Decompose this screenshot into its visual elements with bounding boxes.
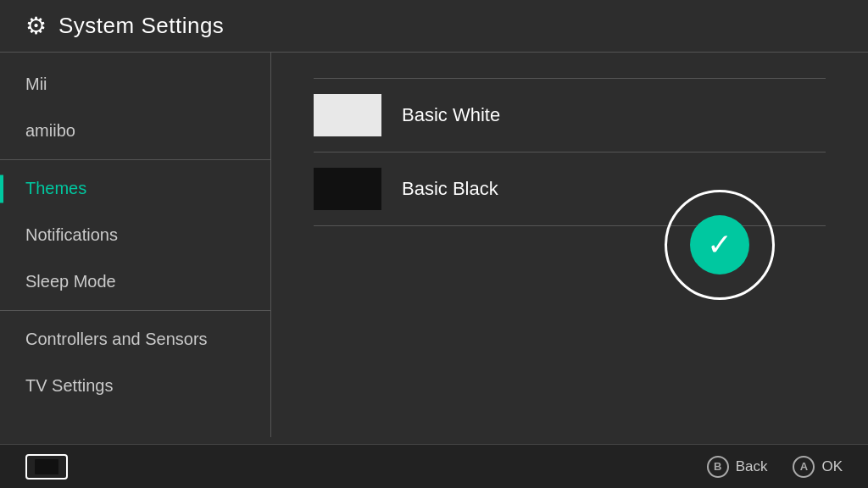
sidebar: Mii amiibo Themes Notifications Sleep Mo… — [0, 53, 271, 437]
theme-option-basic-white[interactable]: Basic White — [314, 78, 826, 152]
check-circle-inner: ✓ — [690, 215, 749, 274]
footer: B Back A OK — [0, 444, 868, 488]
sidebar-item-mii[interactable]: Mii — [0, 61, 270, 108]
header: ⚙ System Settings — [0, 0, 868, 53]
sidebar-item-themes[interactable]: Themes — [0, 165, 270, 212]
settings-icon: ⚙ — [25, 12, 47, 40]
sidebar-label-notifications: Notifications — [25, 225, 118, 244]
b-button: B — [707, 456, 729, 478]
footer-left — [25, 454, 68, 480]
theme-preview-black — [314, 168, 381, 210]
sidebar-item-notifications[interactable]: Notifications — [0, 212, 270, 258]
sidebar-divider-2 — [0, 310, 270, 311]
sidebar-label-mii: Mii — [25, 75, 47, 93]
sidebar-label-controllers: Controllers and Sensors — [25, 330, 208, 348]
sidebar-item-sleep-mode[interactable]: Sleep Mode — [0, 258, 270, 305]
back-label: Back — [736, 458, 768, 475]
console-icon — [25, 454, 68, 480]
sidebar-item-controllers-and-sensors[interactable]: Controllers and Sensors — [0, 316, 270, 363]
main-layout: Mii amiibo Themes Notifications Sleep Mo… — [0, 53, 868, 437]
sidebar-label-sleep-mode: Sleep Mode — [25, 272, 116, 291]
page-title: System Settings — [58, 13, 224, 39]
ok-label: OK — [821, 458, 843, 475]
themes-content: Basic White Basic Black ✓ — [314, 78, 826, 412]
ok-button-hint: A OK — [793, 456, 843, 478]
sidebar-label-amiibo: amiibo — [25, 121, 75, 140]
theme-preview-white — [314, 94, 381, 136]
sidebar-divider-1 — [0, 159, 270, 160]
sidebar-label-tv-settings: TV Settings — [25, 376, 113, 395]
back-button-hint: B Back — [707, 456, 768, 478]
selected-indicator: ✓ — [665, 190, 775, 300]
footer-right: B Back A OK — [707, 456, 843, 478]
sidebar-item-tv-settings[interactable]: TV Settings — [0, 363, 270, 409]
content-area: Basic White Basic Black ✓ — [271, 53, 868, 437]
console-screen — [35, 459, 58, 474]
sidebar-label-themes: Themes — [25, 179, 86, 197]
theme-label-white: Basic White — [402, 104, 500, 126]
check-circle-outer: ✓ — [665, 190, 775, 300]
theme-label-black: Basic Black — [402, 178, 498, 200]
checkmark-icon: ✓ — [707, 230, 732, 260]
sidebar-item-amiibo[interactable]: amiibo — [0, 108, 270, 154]
a-button: A — [793, 456, 815, 478]
